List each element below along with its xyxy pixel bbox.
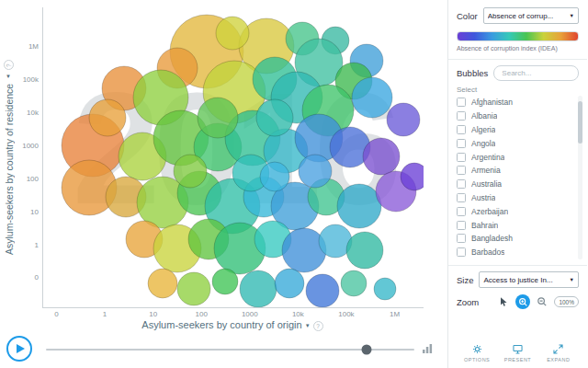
bubble[interactable] — [240, 270, 277, 307]
country-label: Barbados — [471, 247, 504, 257]
bubble[interactable] — [174, 155, 207, 188]
country-checkbox[interactable] — [457, 193, 466, 202]
country-checkbox[interactable] — [457, 207, 466, 216]
country-row[interactable]: Bangladesh — [457, 232, 575, 246]
country-row[interactable]: Albania — [457, 109, 575, 123]
scrollbar-thumb[interactable] — [578, 101, 582, 144]
scrollbar — [578, 96, 582, 259]
country-checkbox[interactable] — [457, 166, 466, 175]
country-checkbox[interactable] — [457, 111, 466, 121]
bubble[interactable] — [337, 184, 381, 228]
country-checkbox[interactable] — [457, 247, 466, 257]
play-icon — [17, 344, 25, 353]
bubble[interactable] — [299, 155, 332, 188]
color-section: Color Absence of corrup... — [457, 7, 579, 24]
x-tick: 1000 — [242, 310, 258, 318]
country-label: Algeria — [471, 125, 495, 134]
bubble[interactable] — [148, 269, 177, 298]
country-checkbox[interactable] — [457, 125, 466, 134]
country-checkbox[interactable] — [457, 153, 466, 162]
timeline — [0, 333, 447, 366]
bubbles-section: Bubbles — [457, 65, 579, 81]
cursor-icon — [498, 296, 509, 307]
country-checkbox[interactable] — [457, 234, 466, 243]
y-tick: 1M — [28, 42, 39, 51]
y-axis-help-icon[interactable] — [4, 60, 14, 70]
bubble[interactable] — [363, 138, 400, 175]
bubble[interactable] — [212, 269, 238, 294]
x-tick: 1 — [103, 310, 107, 318]
x-axis-help-icon[interactable] — [313, 321, 323, 331]
x-axis-metric-picker[interactable]: Asylum-seekers by country of origin — [42, 319, 423, 331]
country-row[interactable]: Algeria — [457, 123, 575, 137]
bubble[interactable] — [387, 103, 420, 136]
bubble[interactable] — [260, 162, 289, 191]
zoom-label: Zoom — [457, 297, 479, 307]
plot-area: 2016 0110100100010k100k1M 1M100k10k10001… — [42, 7, 424, 308]
bubble[interactable] — [352, 77, 392, 118]
bubble[interactable] — [198, 98, 238, 138]
y-tick: 1000 — [22, 141, 39, 149]
select-label: Select — [457, 86, 579, 94]
y-axis-label: Asylum-seekers by country of residence — [4, 83, 15, 254]
country-checkbox[interactable] — [457, 179, 466, 189]
color-legend-caption: Absence of corruption index (IDEA) — [457, 45, 579, 52]
country-row[interactable]: Bahrain — [457, 218, 575, 232]
bubble[interactable] — [256, 99, 293, 136]
country-row[interactable]: Australia — [457, 178, 575, 191]
country-row[interactable]: Argentina — [457, 150, 575, 164]
bubble[interactable] — [346, 232, 383, 269]
x-tick: 100 — [196, 310, 208, 318]
bubble-chart — [43, 7, 424, 307]
y-tick: 10k — [27, 109, 39, 117]
sidebar-footer: OPTIONS PRESENT EXPAND — [457, 339, 579, 364]
bubble[interactable] — [216, 17, 249, 50]
pointer-tool-button[interactable] — [496, 294, 511, 309]
x-tick: 10 — [149, 310, 157, 318]
zoom-reset-button[interactable]: 100% — [554, 296, 579, 307]
present-button[interactable]: PRESENT — [497, 343, 537, 362]
x-tick: 1M — [390, 310, 400, 318]
bubbles-label: Bubbles — [457, 68, 488, 78]
play-button[interactable] — [6, 336, 32, 362]
y-axis-metric-picker[interactable]: Asylum-seekers by country of residence — [2, 7, 16, 307]
zoom-out-button[interactable] — [535, 294, 549, 309]
country-row[interactable]: Azerbaijan — [457, 204, 575, 218]
chevron-down-icon — [570, 13, 574, 18]
country-label: Bangladesh — [471, 234, 513, 243]
sidebar: Color Absence of corrup... Absence of co… — [447, 0, 587, 368]
country-row[interactable]: Barbados — [457, 246, 575, 259]
timeline-chart-icon[interactable] — [422, 343, 433, 354]
bubble-search-input[interactable] — [493, 65, 579, 81]
bubble[interactable] — [89, 99, 126, 136]
country-row[interactable]: Afghanistan — [457, 96, 575, 109]
country-checkbox[interactable] — [457, 98, 466, 107]
chevron-down-icon — [6, 74, 12, 79]
timeline-handle[interactable] — [361, 345, 371, 355]
country-label: Argentina — [471, 153, 504, 162]
size-metric-value: Access to justice In... — [483, 276, 552, 284]
bubble[interactable] — [275, 269, 304, 298]
x-tick: 0 — [54, 310, 58, 318]
timeline-track[interactable] — [46, 349, 414, 351]
zoom-section: Zoom 100% — [457, 294, 579, 309]
country-row[interactable]: Angola — [457, 136, 575, 150]
bubble[interactable] — [177, 272, 210, 305]
zoom-in-button[interactable] — [515, 294, 530, 309]
bubble[interactable] — [374, 278, 396, 300]
color-metric-dropdown[interactable]: Absence of corrup... — [483, 7, 579, 24]
size-label: Size — [457, 275, 473, 285]
size-metric-dropdown[interactable]: Access to justice In... — [479, 271, 579, 288]
options-button[interactable]: OPTIONS — [457, 343, 497, 362]
color-metric-value: Absence of corrup... — [488, 12, 554, 20]
bubble[interactable] — [306, 274, 339, 307]
country-checkbox[interactable] — [457, 221, 466, 230]
country-checkbox[interactable] — [457, 139, 466, 148]
country-row[interactable]: Austria — [457, 191, 575, 205]
expand-button[interactable]: EXPAND — [538, 343, 579, 362]
bubble[interactable] — [341, 270, 367, 296]
country-label: Armenia — [471, 166, 501, 175]
country-row[interactable]: Armenia — [457, 164, 575, 178]
bubble[interactable] — [282, 228, 326, 272]
color-legend-gradient[interactable] — [457, 31, 579, 41]
